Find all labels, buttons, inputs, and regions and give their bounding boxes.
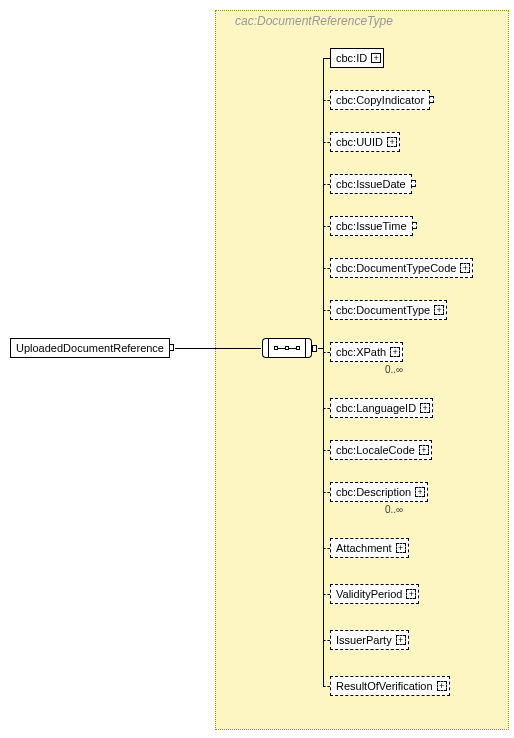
element-label: cbc:DocumentTypeCode: [336, 262, 456, 274]
element-label: ValidityPeriod: [336, 588, 402, 600]
child-dtc[interactable]: cbc:DocumentTypeCode+: [330, 258, 473, 278]
expand-icon[interactable]: +: [419, 445, 429, 455]
connector: [323, 310, 330, 311]
expand-icon[interactable]: +: [406, 589, 416, 599]
element-label: cbc:CopyIndicator: [336, 94, 424, 106]
expand-icon[interactable]: +: [371, 53, 381, 63]
expand-icon[interactable]: +: [396, 635, 406, 645]
connector: [323, 184, 330, 185]
child-desc[interactable]: cbc:Description+: [330, 482, 428, 502]
expand-icon[interactable]: +: [390, 347, 400, 357]
connector: [323, 142, 330, 143]
connector: [323, 548, 330, 549]
element-label: ResultOfVerification: [336, 680, 433, 692]
expand-icon[interactable]: +: [437, 681, 447, 691]
connector: [323, 492, 330, 493]
child-issuer[interactable]: IssuerParty+: [330, 630, 409, 650]
connector: [323, 352, 330, 353]
element-label: cbc:XPath: [336, 346, 386, 358]
expand-icon[interactable]: +: [387, 137, 397, 147]
element-label: cbc:UUID: [336, 136, 383, 148]
connector: [323, 594, 330, 595]
element-label: cbc:IssueDate: [336, 178, 406, 190]
root-element[interactable]: UploadedDocumentReference: [10, 338, 170, 358]
child-id[interactable]: cbc:ID+: [330, 48, 384, 68]
root-element-label: UploadedDocumentReference: [16, 342, 164, 354]
sequence-compositor[interactable]: [268, 338, 306, 358]
element-label: cbc:IssueTime: [336, 220, 407, 232]
connector: [323, 58, 324, 686]
expand-icon[interactable]: +: [460, 263, 470, 273]
expand-icon[interactable]: +: [415, 487, 425, 497]
connector: [323, 408, 330, 409]
expand-icon[interactable]: +: [434, 305, 444, 315]
cardinality-label: 0..∞: [385, 504, 403, 515]
child-attach[interactable]: Attachment+: [330, 538, 409, 558]
element-label: cbc:LanguageID: [336, 402, 416, 414]
connector: [323, 226, 330, 227]
child-issuetime[interactable]: cbc:IssueTime: [330, 216, 413, 236]
element-label: cbc:Description: [336, 486, 411, 498]
child-xpath[interactable]: cbc:XPath+: [330, 342, 403, 362]
expand-handle[interactable]: [429, 96, 434, 103]
connector: [323, 450, 330, 451]
child-valid[interactable]: ValidityPeriod+: [330, 584, 419, 604]
child-rov[interactable]: ResultOfVerification+: [330, 676, 450, 696]
expand-handle[interactable]: [169, 344, 174, 351]
connector: [323, 58, 330, 59]
connector: [323, 640, 330, 641]
diagram-canvas: { "type_label": "cac:DocumentReferenceTy…: [0, 0, 514, 738]
child-issuedate[interactable]: cbc:IssueDate: [330, 174, 412, 194]
child-locale[interactable]: cbc:LocaleCode+: [330, 440, 432, 460]
expand-icon[interactable]: +: [396, 543, 406, 553]
cardinality-label: 0..∞: [385, 364, 403, 375]
child-uuid[interactable]: cbc:UUID+: [330, 132, 400, 152]
expand-handle[interactable]: [312, 345, 317, 352]
connector: [323, 100, 330, 101]
complex-type-box: [215, 10, 509, 730]
child-lang[interactable]: cbc:LanguageID+: [330, 398, 433, 418]
connector: [323, 686, 330, 687]
child-copy[interactable]: cbc:CopyIndicator: [330, 90, 430, 110]
connector: [323, 268, 330, 269]
child-dt[interactable]: cbc:DocumentType+: [330, 300, 447, 320]
element-label: IssuerParty: [336, 634, 392, 646]
expand-icon[interactable]: +: [420, 403, 430, 413]
expand-handle[interactable]: [411, 180, 416, 187]
element-label: Attachment: [336, 542, 392, 554]
expand-handle[interactable]: [412, 222, 417, 229]
element-label: cbc:ID: [336, 52, 367, 64]
element-label: cbc:DocumentType: [336, 304, 430, 316]
element-label: cbc:LocaleCode: [336, 444, 415, 456]
connector: [175, 348, 261, 349]
complex-type-label: cac:DocumentReferenceType: [235, 14, 393, 28]
